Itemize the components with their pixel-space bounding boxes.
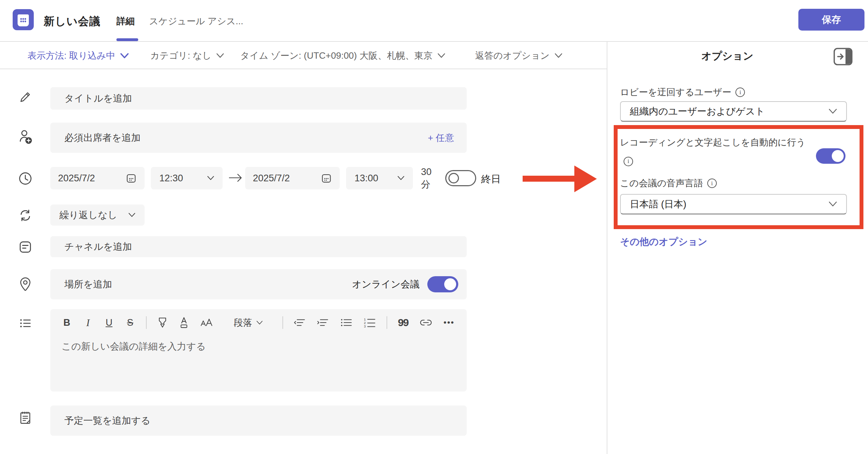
all-day-label: 終日 [481, 173, 501, 186]
collapse-panel-icon[interactable] [833, 46, 853, 67]
calendar-icon [321, 173, 332, 184]
page-title: 新しい会議 [44, 14, 100, 29]
duration-value: 30 [421, 166, 442, 178]
description-placeholder: この新しい会議の詳細を入力する [62, 340, 206, 353]
chevron-down-icon [397, 176, 404, 181]
audio-language-dropdown[interactable]: 日本語 (日本) [620, 194, 847, 214]
toggle-knob [444, 278, 456, 290]
options-panel-title: オプション [620, 49, 835, 63]
chevron-down-icon [829, 201, 837, 207]
auto-recording-label: レコーディングと文字起こしを自動的に行う [620, 134, 810, 167]
svg-text:1: 1 [364, 318, 366, 321]
svg-text:3: 3 [364, 325, 366, 328]
save-button[interactable]: 保存 [798, 9, 864, 31]
annotation-arrow-shaft [523, 176, 575, 182]
highlighter-button[interactable] [157, 316, 168, 330]
svg-text:2: 2 [364, 321, 366, 325]
toolbar-divider [146, 316, 147, 329]
timezone-label: タイム ゾーン: (UTC+09:00) 大阪、札幌、東京 [240, 50, 433, 62]
notes-icon [17, 410, 34, 425]
recurrence-icon [17, 208, 34, 223]
annotation-arrow-head [574, 166, 597, 192]
location-placeholder: 場所を追加 [64, 278, 112, 291]
location-input[interactable]: 場所を追加 オンライン会議 [50, 269, 467, 299]
font-color-button[interactable] [178, 316, 190, 330]
toggle-knob [448, 173, 459, 183]
lobby-bypass-dropdown[interactable]: 組織内のユーザーおよびゲスト [620, 101, 847, 122]
end-time-value: 13:00 [355, 173, 378, 184]
lobby-bypass-value: 組織内のユーザーおよびゲスト [630, 105, 765, 118]
link-button[interactable] [419, 316, 433, 330]
info-icon[interactable] [624, 157, 633, 166]
timezone-dropdown[interactable]: タイム ゾーン: (UTC+09:00) 大阪、札幌、東京 [240, 50, 445, 62]
new-meeting-window: 新しい会議 詳細 スケジュール アシス... 保存 表示方法: 取り込み中 カテ… [0, 0, 868, 454]
calendar-glyph-icon [17, 13, 30, 26]
toolbar-divider [282, 316, 283, 329]
teams-calendar-app-icon [13, 9, 34, 30]
underline-button[interactable]: U [104, 316, 114, 330]
online-meeting-label: オンライン会議 [352, 278, 420, 291]
chevron-down-icon [120, 53, 129, 59]
chevron-down-icon [438, 53, 445, 58]
start-date-value: 2025/7/2 [58, 173, 95, 184]
more-formatting-button[interactable]: ••• [443, 316, 454, 330]
start-time-dropdown[interactable]: 12:30 [151, 167, 223, 189]
font-size-button[interactable] [200, 316, 214, 330]
pencil-icon [17, 91, 34, 105]
arrow-right-icon [228, 172, 243, 184]
numbered-list-button[interactable]: 123 [363, 316, 376, 330]
category-dropdown[interactable]: カテゴリ: なし [150, 50, 224, 62]
quote-button[interactable]: 99 [398, 316, 408, 330]
toolbar-divider [0, 69, 607, 69]
agenda-input[interactable]: 予定一覧を追加する [50, 406, 467, 436]
editor-toolbar: B I U S 段落 123 99 [62, 316, 454, 330]
active-tab-underline [116, 38, 138, 41]
audio-language-value: 日本語 (日本) [630, 198, 686, 210]
calendar-icon [126, 173, 137, 184]
response-options-dropdown[interactable]: 返答のオプション [475, 50, 562, 62]
info-icon[interactable] [735, 87, 745, 97]
start-date-picker[interactable]: 2025/7/2 [50, 167, 145, 189]
channel-placeholder: チャネルを追加 [64, 240, 132, 253]
indent-button[interactable] [317, 316, 330, 330]
lobby-bypass-text: ロビーを迂回するユーザー [620, 86, 731, 98]
channel-input[interactable]: チャネルを追加 [50, 236, 467, 257]
meeting-title-placeholder: タイトルを追加 [64, 92, 132, 105]
header-divider [0, 41, 868, 42]
chevron-down-icon [216, 53, 224, 58]
auto-recording-toggle[interactable] [816, 148, 845, 164]
duration-label: 30 分 [421, 166, 442, 191]
all-day-toggle[interactable] [445, 170, 476, 186]
agenda-placeholder: 予定一覧を追加する [64, 414, 151, 427]
strikethrough-button[interactable]: S [125, 316, 135, 330]
audio-language-text: この会議の音声言語 [620, 177, 703, 189]
chevron-down-icon [555, 53, 562, 58]
tab-details[interactable]: 詳細 [116, 15, 135, 27]
meeting-title-input[interactable]: タイトルを追加 [50, 87, 467, 110]
paragraph-style-dropdown[interactable]: 段落 [234, 317, 263, 329]
show-as-label: 表示方法: 取り込み中 [27, 50, 115, 62]
bullet-list-button[interactable] [340, 316, 353, 330]
lobby-bypass-label: ロビーを迂回するユーザー [620, 86, 745, 98]
italic-button[interactable]: I [83, 316, 93, 330]
end-date-picker[interactable]: 2025/7/2 [245, 167, 340, 189]
end-time-dropdown[interactable]: 13:00 [346, 167, 413, 189]
response-options-label: 返答のオプション [475, 50, 550, 62]
info-icon[interactable] [707, 179, 717, 188]
online-meeting-toggle[interactable] [427, 276, 458, 292]
paragraph-label: 段落 [234, 317, 252, 329]
audio-language-label: この会議の音声言語 [620, 177, 717, 189]
required-attendees-input[interactable]: 必須出席者を追加 + 任意 [50, 123, 467, 153]
outdent-button[interactable] [294, 316, 306, 330]
toggle-knob [832, 150, 844, 162]
add-optional-attendees-link[interactable]: + 任意 [428, 132, 454, 144]
bold-button[interactable]: B [62, 316, 72, 330]
chevron-down-icon [207, 176, 214, 181]
tab-scheduling-assistant[interactable]: スケジュール アシス... [149, 15, 243, 27]
clock-icon [17, 171, 34, 186]
category-label: カテゴリ: なし [150, 50, 211, 62]
recurrence-dropdown[interactable]: 繰り返しなし [50, 205, 145, 226]
show-as-dropdown[interactable]: 表示方法: 取り込み中 [27, 50, 129, 62]
more-options-link[interactable]: その他のオプション [620, 235, 707, 248]
add-person-icon [17, 129, 34, 145]
